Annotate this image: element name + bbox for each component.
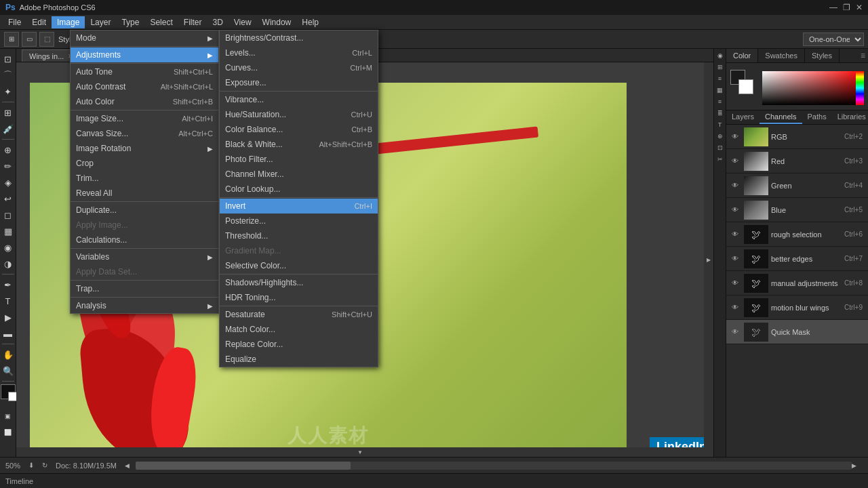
maximize-button[interactable]: ❐	[843, 3, 850, 12]
adj-invert[interactable]: Invert Ctrl+I	[220, 199, 378, 214]
menu-duplicate[interactable]: Duplicate...	[71, 203, 218, 218]
panel-menu-btn[interactable]: ≡	[858, 49, 868, 62]
channel-eye-green[interactable]: 👁	[729, 180, 741, 192]
adj-equalize[interactable]: Equalize	[220, 352, 378, 367]
menu-view[interactable]: View	[229, 16, 257, 28]
title-bar-controls[interactable]: — ❐ ✕	[829, 3, 863, 12]
menu-3d[interactable]: 3D	[207, 16, 228, 28]
rt-btn-10[interactable]: ✂	[715, 154, 726, 165]
rt-btn-5[interactable]: ≡	[715, 96, 726, 107]
menu-edit[interactable]: Edit	[26, 16, 52, 28]
adj-hdr-toning[interactable]: HDR Toning...	[220, 290, 378, 305]
adj-hue-sat[interactable]: Hue/Saturation... Ctrl+U	[220, 107, 378, 122]
channel-eye-better[interactable]: 👁	[729, 253, 741, 265]
channel-row-better[interactable]: 👁 🕊 better edges Ctrl+7	[726, 247, 868, 271]
menu-select[interactable]: Select	[144, 16, 178, 28]
channel-row-motion[interactable]: 👁 🕊 motion blur wings Ctrl+9	[726, 296, 868, 320]
menu-image-rotation[interactable]: Image Rotation ▶	[71, 141, 218, 156]
channel-eye-red[interactable]: 👁	[729, 155, 741, 167]
zoom-tool[interactable]: 🔍	[1, 363, 16, 378]
tab-color[interactable]: Color	[726, 49, 758, 62]
background-swatch[interactable]	[738, 79, 753, 94]
menu-variables[interactable]: Variables ▶	[71, 249, 218, 264]
adj-match-color[interactable]: Match Color...	[220, 322, 378, 337]
dodge-tool[interactable]: ◑	[1, 256, 16, 271]
channel-eye-motion[interactable]: 👁	[729, 302, 741, 314]
canvas-scroll-right[interactable]: ▶	[704, 62, 713, 457]
rt-btn-3[interactable]: ≡	[715, 73, 726, 84]
scroll-right-btn[interactable]: ▶	[852, 462, 863, 469]
channel-row-manual[interactable]: 👁 🕊 manual adjustments Ctrl+8	[726, 271, 868, 296]
tool-option-1[interactable]: ⊞	[4, 32, 19, 47]
adj-posterize[interactable]: Posterize...	[220, 214, 378, 228]
adj-gradient-map[interactable]: Gradient Map...	[220, 243, 378, 258]
rt-btn-4[interactable]: ▦	[715, 85, 726, 96]
healing-tool[interactable]: ⊕	[1, 142, 16, 157]
rt-btn-1[interactable]: ◉	[715, 50, 726, 61]
quick-mask-toggle[interactable]: ▣	[1, 409, 16, 424]
minimize-button[interactable]: —	[829, 3, 837, 12]
adj-replace-color[interactable]: Replace Color...	[220, 337, 378, 352]
channel-row-green[interactable]: 👁 Green Ctrl+4	[726, 174, 868, 198]
channel-eye-rgb[interactable]: 👁	[729, 131, 741, 143]
adj-photo-filter[interactable]: Photo Filter...	[220, 152, 378, 167]
adj-levels[interactable]: Levels... Ctrl+L	[220, 45, 378, 60]
menu-trap[interactable]: Trap...	[71, 281, 218, 296]
menu-crop[interactable]: Crop	[71, 156, 218, 171]
menu-help[interactable]: Help	[296, 16, 324, 28]
menu-file[interactable]: File	[3, 16, 26, 28]
menu-auto-contrast[interactable]: Auto Contrast Alt+Shift+Ctrl+L	[71, 79, 218, 94]
clone-tool[interactable]: ◈	[1, 175, 16, 190]
eyedropper-tool[interactable]: 💉	[1, 121, 16, 136]
lasso-tool[interactable]: ⌒	[1, 68, 16, 83]
menu-mode[interactable]: Mode ▶	[71, 30, 218, 45]
menu-adjustments[interactable]: Adjustments ▶	[71, 47, 218, 62]
adj-shadows-highlights[interactable]: Shadows/Highlights...	[220, 275, 378, 290]
tab-layers[interactable]: Layers	[726, 110, 760, 124]
tool-option-2[interactable]: ▭	[22, 32, 37, 47]
tab-channels[interactable]: Channels	[760, 110, 802, 124]
menu-layer[interactable]: Layer	[85, 16, 116, 28]
menu-image[interactable]: Image	[52, 16, 85, 28]
view-mode-select[interactable]: One-on-One	[803, 33, 864, 46]
menu-calculations[interactable]: Calculations...	[71, 232, 218, 247]
scroll-thumb[interactable]	[136, 462, 351, 470]
text-tool[interactable]: T	[1, 293, 16, 308]
marquee-tool[interactable]: ⊡	[1, 52, 16, 66]
channel-row-red[interactable]: 👁 Red Ctrl+3	[726, 149, 868, 174]
menu-trim[interactable]: Trim...	[71, 171, 218, 186]
brush-tool[interactable]: ✏	[1, 159, 16, 174]
menu-analysis[interactable]: Analysis ▶	[71, 298, 218, 313]
channel-row-rgb[interactable]: 👁 RGB Ctrl+2	[726, 125, 868, 149]
menu-auto-tone[interactable]: Auto Tone Shift+Ctrl+L	[71, 64, 218, 79]
canvas-scroll-bottom[interactable]: ▼	[16, 447, 704, 457]
adj-color-lookup[interactable]: Color Lookup...	[220, 182, 378, 197]
rt-btn-9[interactable]: ⊡	[715, 142, 726, 153]
scroll-track[interactable]	[136, 462, 852, 470]
scroll-left-btn[interactable]: ◀	[125, 462, 136, 469]
rt-btn-2[interactable]: ⊞	[715, 62, 726, 73]
menu-image-size[interactable]: Image Size... Alt+Ctrl+I	[71, 111, 218, 126]
menu-apply-image[interactable]: Apply Image...	[71, 218, 218, 232]
menu-apply-data[interactable]: Apply Data Set...	[71, 264, 218, 279]
magic-wand-tool[interactable]: ✦	[1, 84, 16, 99]
menu-type[interactable]: Type	[116, 16, 144, 28]
channel-eye-manual[interactable]: 👁	[729, 277, 741, 289]
tab-styles[interactable]: Styles	[805, 49, 840, 62]
blur-tool[interactable]: ◉	[1, 240, 16, 255]
path-select-tool[interactable]: ▶	[1, 310, 16, 325]
gradient-tool[interactable]: ▦	[1, 224, 16, 239]
adj-curves[interactable]: Curves... Ctrl+M	[220, 60, 378, 75]
adj-color-balance[interactable]: Color Balance... Ctrl+B	[220, 122, 378, 137]
adj-black-white[interactable]: Black & White... Alt+Shift+Ctrl+B	[220, 137, 378, 152]
channel-row-blue[interactable]: 👁 Blue Ctrl+5	[726, 198, 868, 222]
close-button[interactable]: ✕	[856, 3, 863, 12]
adj-exposure[interactable]: Exposure...	[220, 75, 378, 90]
channel-eye-quickmask[interactable]: 👁	[729, 326, 741, 338]
hue-spectrum[interactable]	[856, 71, 864, 105]
crop-tool[interactable]: ⊞	[1, 105, 16, 120]
tool-option-3[interactable]: ⬚	[39, 32, 54, 47]
tab-swatches[interactable]: Swatches	[758, 49, 805, 62]
menu-window[interactable]: Window	[257, 16, 297, 28]
tab-paths[interactable]: Paths	[802, 110, 832, 124]
